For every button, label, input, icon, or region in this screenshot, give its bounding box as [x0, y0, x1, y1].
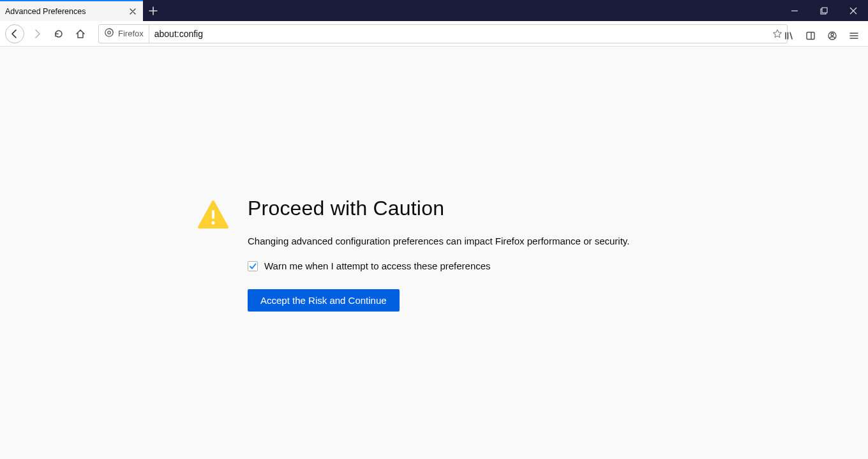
svg-point-3 — [108, 31, 110, 34]
warning-panel: Proceed with Caution Changing advanced c… — [198, 197, 670, 312]
accept-risk-button[interactable]: Accept the Risk and Continue — [248, 289, 400, 312]
minimize-button[interactable] — [780, 0, 809, 21]
nav-toolbar: Firefox — [0, 21, 868, 47]
new-tab-button[interactable] — [143, 0, 163, 21]
warn-checkbox-row[interactable]: Warn me when I attempt to access these p… — [248, 260, 670, 271]
maximize-button[interactable] — [809, 0, 839, 21]
back-button[interactable] — [4, 24, 26, 43]
account-button[interactable] — [822, 26, 842, 45]
library-button[interactable] — [779, 26, 799, 45]
svg-point-9 — [211, 221, 214, 224]
warning-description: Changing advanced configuration preferen… — [248, 236, 670, 246]
warning-triangle-icon — [198, 199, 228, 230]
active-tab[interactable]: Advanced Preferences — [0, 0, 143, 21]
svg-rect-4 — [807, 33, 814, 40]
page-content: Proceed with Caution Changing advanced c… — [0, 47, 868, 459]
identity-box[interactable]: Firefox — [99, 25, 149, 43]
window-controls — [780, 0, 868, 21]
tab-title: Advanced Preferences — [5, 7, 128, 16]
url-bar[interactable]: Firefox — [98, 24, 788, 43]
close-tab-icon[interactable] — [128, 6, 138, 17]
firefox-logo-icon — [104, 27, 114, 40]
svg-rect-1 — [822, 8, 827, 13]
warn-checkbox-label: Warn me when I attempt to access these p… — [264, 260, 491, 271]
app-menu-button[interactable] — [844, 26, 864, 45]
forward-button[interactable] — [27, 24, 47, 43]
titlebar: Advanced Preferences — [0, 0, 868, 21]
svg-point-7 — [831, 33, 834, 36]
home-button[interactable] — [70, 24, 91, 43]
tab-strip: Advanced Preferences — [0, 0, 163, 21]
toolbar-right — [779, 23, 864, 49]
warn-checkbox[interactable] — [248, 261, 258, 271]
svg-rect-8 — [212, 210, 214, 219]
titlebar-drag-area[interactable] — [163, 0, 780, 21]
url-input[interactable] — [149, 25, 768, 43]
identity-label: Firefox — [118, 29, 144, 38]
close-window-button[interactable] — [839, 0, 868, 21]
warning-title: Proceed with Caution — [248, 197, 670, 220]
warning-body: Proceed with Caution Changing advanced c… — [248, 197, 670, 312]
reload-button[interactable] — [49, 24, 69, 43]
sidebar-button[interactable] — [800, 26, 821, 45]
